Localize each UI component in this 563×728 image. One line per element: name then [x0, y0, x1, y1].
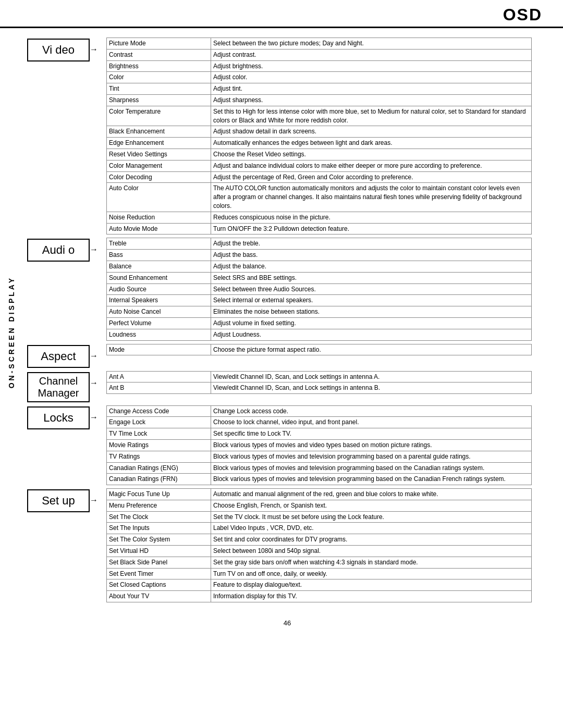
vertical-label: ON-SCREEN DISPLAY [7, 276, 16, 388]
menu-item-desc: Set the gray side bars on/off when watch… [211, 557, 532, 568]
menu-item-desc: Select between 1080i and 540p signal. [211, 546, 532, 557]
section-channel-manager: Channel Manager→Ant AView/edit Channel I… [27, 371, 532, 402]
table-row: Noise ReductionReduces conspicuous noise… [107, 212, 532, 223]
page: OSD ON-SCREEN DISPLAY Vi deo→Picture Mod… [0, 0, 563, 728]
sections-container: Vi deo→Picture ModeSelect between the tw… [27, 32, 547, 611]
table-row: Sound EnhancementSelect SRS and BBE sett… [107, 272, 532, 283]
menu-item-name: Canadian Ratings (ENG) [107, 462, 211, 474]
table-row: Set Virtual HDSelect between 1080i and 5… [107, 546, 532, 557]
menu-item-desc: Select between three Audio Sources. [211, 283, 532, 295]
table-row: TV Time LockSet specific time to Lock TV… [107, 428, 532, 440]
menu-item-desc: Select SRS and BBE settings. [211, 272, 532, 283]
menu-item-desc: Choose English, French, or Spanish text. [211, 500, 532, 511]
menu-item-desc: Adjust tint. [211, 83, 532, 95]
menu-item-desc: Select internal or external speakers. [211, 295, 532, 306]
menu-item-name: Set Closed Captions [107, 579, 211, 591]
section-arrow-aspect: → [90, 344, 106, 361]
table-row: Magic Focus Tune UpAutomatic and manual … [107, 489, 532, 500]
menu-item-name: Color [107, 72, 211, 83]
menu-item-desc: The AUTO COLOR function automatically mo… [211, 183, 532, 212]
table-row: Ant BView/edit Channel ID, Scan, and Loc… [107, 382, 532, 394]
menu-item-desc: Adjust shadow detail in dark screens. [211, 126, 532, 138]
table-row: Canadian Ratings (FRN)Block various type… [107, 474, 532, 485]
menu-item-name: Treble [107, 238, 211, 250]
content-wrapper: ON-SCREEN DISPLAY Vi deo→Picture ModeSel… [0, 28, 563, 636]
menu-item-name: Menu Preference [107, 500, 211, 511]
menu-item-name: Tint [107, 83, 211, 95]
menu-item-desc: Adjust the balance. [211, 261, 532, 272]
table-row: Color ManagementAdjust and balance indiv… [107, 160, 532, 171]
table-row: Set Black Side PanelSet the gray side ba… [107, 557, 532, 568]
menu-item-desc: Turn TV on and off once, daily, or weekl… [211, 568, 532, 579]
section-label-audio: Audi o [27, 239, 90, 262]
menu-item-desc: Block various types of movies and televi… [211, 474, 532, 485]
table-row: Auto Movie ModeTurn ON/OFF the 3:2 Pulld… [107, 223, 532, 235]
table-row: BrightnessAdjust brightness. [107, 60, 532, 72]
menu-item-name: TV Time Lock [107, 428, 211, 440]
section-label-locks: Locks [27, 406, 90, 429]
menu-item-name: Bass [107, 250, 211, 261]
menu-item-desc: Choose the picture format aspect ratio. [211, 344, 532, 355]
table-row: Perfect VolumeAdjust volume in fixed set… [107, 317, 532, 329]
table-row: TintAdjust tint. [107, 83, 532, 95]
menu-item-desc: Eliminates the noise between stations. [211, 306, 532, 318]
table-row: SharpnessAdjust sharpness. [107, 94, 532, 106]
menu-item-name: Canadian Ratings (FRN) [107, 474, 211, 485]
menu-item-name: Set Virtual HD [107, 546, 211, 557]
table-row: BassAdjust the bass. [107, 250, 532, 261]
table-row: Reset Video SettingsChoose the Reset Vid… [107, 149, 532, 160]
menu-item-name: Reset Video Settings [107, 149, 211, 160]
menu-item-name: Edge Enhancement [107, 138, 211, 149]
menu-item-desc: Block various types of movies and televi… [211, 462, 532, 474]
section-arrow-channel-manager: → [90, 371, 106, 388]
menu-item-desc: Information display for this TV. [211, 591, 532, 602]
section-locks: Locks→Change Access CodeChange Lock acce… [27, 405, 532, 486]
section-arrow-audio: → [90, 238, 106, 254]
table-row: TV RatingsBlock various types of movies … [107, 451, 532, 462]
menu-item-desc: Adjust contrast. [211, 49, 532, 60]
section-setup: Set up→Magic Focus Tune UpAutomatic and … [27, 488, 532, 602]
menu-item-desc: Adjust Loudness. [211, 329, 532, 340]
menu-item-desc: Adjust brightness. [211, 60, 532, 72]
menu-item-desc: Adjust the bass. [211, 250, 532, 261]
menu-item-desc: Label Video Inputs , VCR, DVD, etc. [211, 523, 532, 534]
section-arrow-locks: → [90, 405, 106, 422]
menu-item-name: Picture Mode [107, 38, 211, 50]
menu-item-name: Brightness [107, 60, 211, 72]
table-row: Audio SourceSelect between three Audio S… [107, 283, 532, 295]
table-row: Set The ClockSet the TV clock. It must b… [107, 511, 532, 523]
menu-item-name: Auto Noise Cancel [107, 306, 211, 318]
menu-item-name: Audio Source [107, 283, 211, 295]
menu-item-desc: Adjust the treble. [211, 238, 532, 250]
menu-item-name: TV Ratings [107, 451, 211, 462]
menu-item-name: Loudness [107, 329, 211, 340]
menu-item-name: Perfect Volume [107, 317, 211, 329]
menu-item-name: Mode [107, 344, 211, 355]
table-row: Auto Noise CancelEliminates the noise be… [107, 306, 532, 318]
table-row: Color TemperatureSet this to High for le… [107, 106, 532, 126]
menu-table-locks: Change Access CodeChange Lock access cod… [106, 405, 532, 486]
menu-item-name: Set The Color System [107, 534, 211, 546]
menu-item-name: Balance [107, 261, 211, 272]
menu-item-name: Auto Color [107, 183, 211, 212]
menu-item-name: Set Black Side Panel [107, 557, 211, 568]
menu-item-desc: View/edit Channel ID, Scan, and Lock set… [211, 382, 532, 394]
section-arrow-setup: → [90, 488, 106, 505]
table-row: ColorAdjust color. [107, 72, 532, 83]
menu-item-desc: Adjust the percentage of Red, Green and … [211, 171, 532, 183]
menu-item-desc: View/edit Channel ID, Scan, and Lock set… [211, 371, 532, 382]
menu-table-video: Picture ModeSelect between the two pictu… [106, 38, 532, 235]
header: OSD [0, 0, 563, 28]
page-title: OSD [503, 5, 542, 24]
table-row: Set The InputsLabel Video Inputs , VCR, … [107, 523, 532, 534]
table-row: Engage LockChoose to lock channel, video… [107, 417, 532, 428]
menu-item-desc: Adjust sharpness. [211, 94, 532, 106]
section-audio: Audi o→TrebleAdjust the treble.BassAdjus… [27, 238, 532, 340]
menu-item-desc: Automatic and manual alignment of the re… [211, 489, 532, 500]
menu-table-channel-manager: Ant AView/edit Channel ID, Scan, and Loc… [106, 371, 532, 394]
table-row: BalanceAdjust the balance. [107, 261, 532, 272]
table-row: Canadian Ratings (ENG)Block various type… [107, 462, 532, 474]
menu-item-desc: Set specific time to Lock TV. [211, 428, 532, 440]
menu-item-name: About Your TV [107, 591, 211, 602]
menu-item-name: Set The Clock [107, 511, 211, 523]
